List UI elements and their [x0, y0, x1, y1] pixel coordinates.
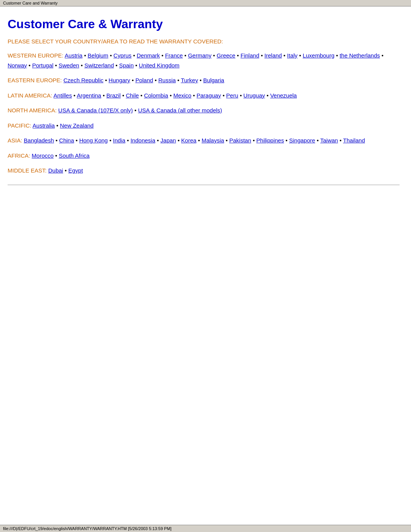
country-link-belgium[interactable]: Belgium	[88, 52, 108, 59]
region-label-north-america: NORTH AMERICA:	[8, 107, 58, 113]
country-link-egypt[interactable]: Egypt	[68, 167, 83, 174]
region-label-asia: ASIA:	[8, 137, 24, 144]
region-block-latin-america: LATIN AMERICA: Antilles • Argentina • Br…	[8, 91, 400, 101]
country-link-greece[interactable]: Greece	[217, 52, 235, 59]
region-label-middle-east: MIDDLE EAST:	[8, 167, 48, 174]
region-label-africa: AFRICA:	[8, 152, 32, 159]
separator	[8, 185, 400, 185]
region-label-latin-america: LATIN AMERICA:	[8, 92, 54, 99]
country-link-south-africa[interactable]: South Africa	[59, 152, 89, 159]
country-link-dubai[interactable]: Dubai	[48, 167, 63, 174]
country-link-the-netherlands[interactable]: the Netherlands	[339, 52, 380, 59]
region-block-eastern-europe: EASTERN EUROPE: Czech Republic • Hungary…	[8, 75, 400, 85]
country-link-argentina[interactable]: Argentina	[77, 92, 101, 99]
country-link-usa--canada-107ex-only[interactable]: USA & Canada (107E/X only)	[58, 107, 133, 113]
region-block-middle-east: MIDDLE EAST: Dubai • Egypt	[8, 166, 400, 176]
country-link-france[interactable]: France	[165, 52, 183, 59]
country-link-italy[interactable]: Italy	[287, 52, 298, 59]
country-link-hungary[interactable]: Hungary	[108, 77, 130, 83]
country-link-morocco[interactable]: Morocco	[32, 152, 54, 159]
region-block-pacific: PACIFIC: Australia • New Zealand	[8, 121, 400, 131]
country-link-indonesia[interactable]: Indonesia	[131, 137, 155, 144]
country-link-peru[interactable]: Peru	[226, 92, 238, 99]
country-link-chile[interactable]: Chile	[126, 92, 139, 99]
country-link-switzerland[interactable]: Switzerland	[84, 62, 114, 69]
country-link-luxembourg[interactable]: Luxembourg	[303, 52, 334, 59]
country-link-czech-republic[interactable]: Czech Republic	[64, 77, 104, 83]
country-link-malaysia[interactable]: Malaysia	[202, 137, 224, 144]
country-link-colombia[interactable]: Colombia	[144, 92, 168, 99]
country-link-thailand[interactable]: Thailand	[343, 137, 365, 144]
country-link-cyprus[interactable]: Cyprus	[113, 52, 132, 59]
country-link-portugal[interactable]: Portugal	[32, 62, 53, 69]
country-link-korea[interactable]: Korea	[181, 137, 196, 144]
region-label-pacific: PACIFIC:	[8, 122, 33, 129]
country-link-usa--canada-all-other-models[interactable]: USA & Canada (all other models)	[138, 107, 222, 113]
region-block-north-america: NORTH AMERICA: USA & Canada (107E/X only…	[8, 105, 400, 115]
country-link-russia[interactable]: Russia	[158, 77, 176, 83]
country-link-philippines[interactable]: Philippines	[256, 137, 284, 144]
region-block-asia: ASIA: Bangladesh • China • Hong Kong • I…	[8, 136, 400, 145]
country-link-denmark[interactable]: Denmark	[137, 52, 160, 59]
country-link-turkey[interactable]: Turkey	[181, 77, 198, 83]
country-link-hong-kong[interactable]: Hong Kong	[79, 137, 108, 144]
country-link-finland[interactable]: Finland	[241, 52, 259, 59]
country-link-new-zealand[interactable]: New Zealand	[60, 122, 94, 129]
country-link-japan[interactable]: Japan	[161, 137, 176, 144]
country-link-sweden[interactable]: Sweden	[59, 62, 79, 69]
country-link-paraguay[interactable]: Paraguay	[197, 92, 221, 99]
region-label-western-europe: WESTERN EUROPE:	[8, 52, 65, 59]
country-link-antilles[interactable]: Antilles	[54, 92, 72, 99]
country-link-ireland[interactable]: Ireland	[264, 52, 282, 59]
country-link-poland[interactable]: Poland	[135, 77, 153, 83]
tab-bar: Customer Care and Warranty	[0, 0, 411, 6]
country-link-germany[interactable]: Germany	[188, 52, 212, 59]
country-link-bulgaria[interactable]: Bulgaria	[203, 77, 224, 83]
country-link-uruguay[interactable]: Uruguay	[244, 92, 265, 99]
country-link-taiwan[interactable]: Taiwan	[320, 137, 338, 144]
country-link-mexico[interactable]: Mexico	[173, 92, 191, 99]
tab-label: Customer Care and Warranty	[3, 1, 57, 5]
country-link-pakistan[interactable]: Pakistan	[229, 137, 251, 144]
region-label-eastern-europe: EASTERN EUROPE:	[8, 77, 64, 83]
country-link-australia[interactable]: Australia	[33, 122, 55, 129]
country-link-spain[interactable]: Spain	[119, 62, 134, 69]
country-link-norway[interactable]: Norway	[8, 62, 27, 69]
country-link-united-kingdom[interactable]: United Kingdom	[139, 62, 180, 69]
country-link-brazil[interactable]: Brazil	[107, 92, 121, 99]
country-link-bangladesh[interactable]: Bangladesh	[24, 137, 54, 144]
page-title: Customer Care & Warranty	[8, 17, 400, 31]
country-link-singapore[interactable]: Singapore	[289, 137, 315, 144]
region-block-africa: AFRICA: Morocco • South Africa	[8, 151, 400, 161]
country-link-china[interactable]: China	[59, 137, 74, 144]
country-link-india[interactable]: India	[113, 137, 126, 144]
instruction-text: PLEASE SELECT YOUR COUNTRY/AREA TO READ …	[8, 38, 400, 45]
main-content: Customer Care & Warranty PLEASE SELECT Y…	[0, 6, 411, 212]
region-block-western-europe: WESTERN EUROPE: Austria • Belgium • Cypr…	[8, 51, 400, 70]
country-link-venezuela[interactable]: Venezuela	[270, 92, 297, 99]
regions-container: WESTERN EUROPE: Austria • Belgium • Cypr…	[8, 51, 400, 176]
country-link-austria[interactable]: Austria	[65, 52, 83, 59]
